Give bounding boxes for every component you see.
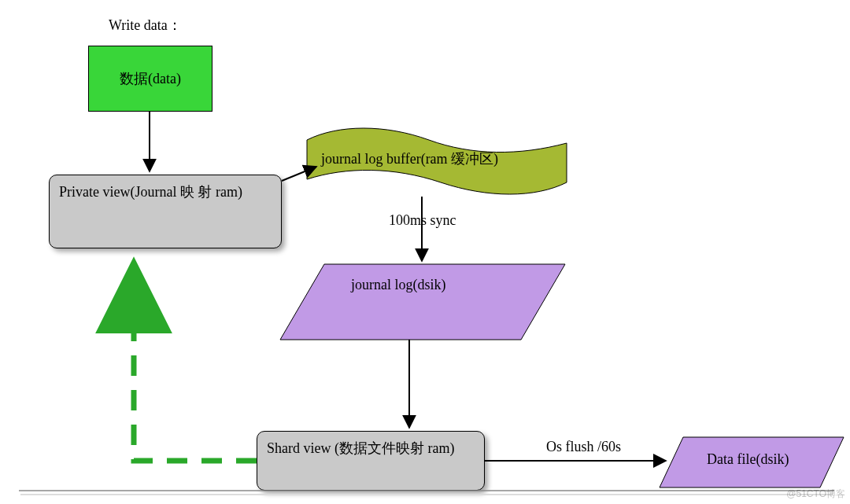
node-journal-buffer-label: journal log buffer(ram 缓冲区) <box>321 149 498 168</box>
edge-flush-label: Os flush /60s <box>546 439 621 455</box>
svg-marker-0 <box>280 264 565 340</box>
arrow-shard-to-private-dashed <box>134 264 257 461</box>
arrow-private-to-buffer <box>282 167 316 181</box>
node-journal-disk-label: journal log(dsik) <box>351 277 445 293</box>
node-private-view: Private view(Journal 映 射 ram) <box>49 175 282 248</box>
watermark: @51CTO博客 <box>786 487 845 501</box>
diagram-title: Write data： <box>109 16 182 35</box>
edge-sync-label: 100ms sync <box>389 212 456 229</box>
node-data: 数据(data) <box>88 46 213 112</box>
node-shard-view: Shard view (数据文件映射 ram) <box>257 431 485 491</box>
node-data-file-label: Data file(dsik) <box>707 451 789 468</box>
